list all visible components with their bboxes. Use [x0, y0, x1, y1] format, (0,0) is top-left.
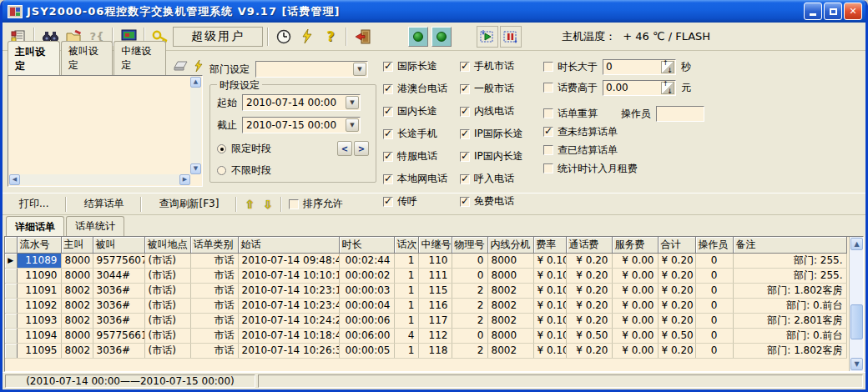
radio-unlimited-label[interactable]: 不限时段: [231, 163, 271, 178]
calltype-check-6[interactable]: 传呼: [383, 194, 447, 209]
close-button[interactable]: ✕: [844, 3, 862, 20]
table-cell[interactable]: 2010-07-14 10:24:25: [238, 313, 339, 328]
column-header[interactable]: 始话: [238, 237, 339, 253]
table-cell[interactable]: 8002: [487, 283, 533, 298]
table-cell[interactable]: 3044#: [93, 268, 144, 283]
table-cell[interactable]: (市话): [144, 253, 190, 268]
table-cell[interactable]: 2: [452, 298, 487, 313]
scroll-right-icon[interactable]: ▶: [179, 174, 190, 185]
table-cell[interactable]: 8000: [61, 253, 93, 268]
table-row[interactable]: 1109180023036#(市话)市话2010-07-14 10:23:180…: [5, 283, 846, 298]
table-cell[interactable]: 0: [695, 298, 733, 313]
next-day-button[interactable]: >: [354, 141, 369, 156]
table-cell[interactable]: ¥ 0.20: [566, 313, 612, 328]
column-header[interactable]: 物理号: [452, 237, 487, 253]
table-cell[interactable]: 00:02:44: [339, 253, 394, 268]
calltype-check2-3[interactable]: IP国际长途: [460, 127, 523, 141]
column-header[interactable]: 主叫: [61, 237, 93, 253]
table-cell[interactable]: ¥ 0.20: [658, 313, 695, 328]
column-header[interactable]: 被叫: [93, 237, 144, 253]
table-cell[interactable]: 部门: 2.801客房: [733, 313, 846, 328]
radio-limited-icon[interactable]: [217, 144, 226, 153]
exit-button[interactable]: [351, 26, 373, 48]
table-cell[interactable]: (市话): [144, 283, 190, 298]
table-cell[interactable]: ¥ 0.20: [566, 268, 612, 283]
recalc-checkbox[interactable]: 话单重算: [543, 107, 598, 121]
clock-button[interactable]: [273, 26, 295, 48]
duration-input[interactable]: 0: [603, 59, 676, 75]
table-cell[interactable]: 市话: [190, 343, 238, 358]
table-cell[interactable]: 0: [695, 343, 733, 358]
table-cell[interactable]: 11095: [17, 343, 61, 358]
table-cell[interactable]: ¥ 0.10: [533, 328, 566, 343]
table-cell[interactable]: 2010-07-14 09:48:45: [238, 253, 339, 268]
column-header[interactable]: 内线分机: [487, 237, 533, 253]
table-cell[interactable]: 部门: 0.前台: [733, 298, 846, 313]
column-header[interactable]: 备注: [733, 237, 846, 253]
table-cell[interactable]: ¥ 0.20: [658, 283, 695, 298]
table-cell[interactable]: ¥ 0.20: [658, 253, 695, 268]
print-button[interactable]: 打印...: [6, 194, 62, 214]
table-cell[interactable]: ¥ 0.20: [658, 268, 695, 283]
table-cell[interactable]: 2010-07-14 10:23:18: [238, 283, 339, 298]
table-cell[interactable]: 2010-07-14 10:26:39: [238, 343, 339, 358]
refresh-button[interactable]: 查询刷新[F3]: [145, 194, 232, 214]
column-header[interactable]: 被叫地点: [144, 237, 190, 253]
prev-day-button[interactable]: <: [337, 141, 352, 156]
table-cell[interactable]: 3036#: [93, 283, 144, 298]
table-row[interactable]: 1109080003044#(市话)市话2010-07-14 10:10:100…: [5, 268, 846, 283]
table-cell[interactable]: ¥ 0.00: [612, 298, 658, 313]
table-cell[interactable]: ¥ 0.10: [533, 283, 566, 298]
table-cell[interactable]: 3036#: [93, 298, 144, 313]
column-header[interactable]: 流水号: [17, 237, 61, 253]
table-cell[interactable]: 8000: [487, 268, 533, 283]
table-cell[interactable]: 市话: [190, 328, 238, 343]
chevron-down-icon[interactable]: ▼: [353, 63, 366, 76]
calltype-check2-5[interactable]: 呼入电话: [460, 172, 523, 186]
scroll-down-icon[interactable]: ▼: [190, 163, 201, 174]
column-header[interactable]: 服务费: [612, 237, 658, 253]
column-header[interactable]: 时长: [339, 237, 394, 253]
calltype-check2-4[interactable]: IP国内长途: [460, 149, 523, 163]
table-cell[interactable]: 2010-07-14 10:10:10: [238, 268, 339, 283]
table-cell[interactable]: 8000: [487, 328, 533, 343]
table-vscrollbar[interactable]: ▲ ▼: [849, 237, 863, 371]
filter-tab-0[interactable]: 主叫设定: [8, 41, 60, 76]
table-cell[interactable]: ¥ 0.00: [612, 328, 658, 343]
table-cell[interactable]: ¥ 0.00: [612, 268, 658, 283]
table-cell[interactable]: 市话: [190, 253, 238, 268]
calltype-check2-2[interactable]: 内线电话: [460, 104, 523, 118]
collect-start-button[interactable]: [477, 26, 498, 48]
table-cell[interactable]: (市话): [144, 313, 190, 328]
table-cell[interactable]: 8002: [487, 298, 533, 313]
settle-button[interactable]: 结算话单: [70, 194, 137, 214]
table-row[interactable]: 11094800095775661#(市话)市话2010-07-14 10:18…: [5, 328, 846, 343]
table-cell[interactable]: 8000: [61, 328, 93, 343]
collect-stop-button[interactable]: [500, 26, 522, 48]
column-header[interactable]: 话次: [394, 237, 418, 253]
column-header[interactable]: 费率: [533, 237, 566, 253]
table-cell[interactable]: ¥ 0.10: [533, 268, 566, 283]
table-cell[interactable]: 2010-07-14 10:18:45: [238, 328, 339, 343]
minimize-button[interactable]: [804, 3, 822, 20]
calltype-check2-0[interactable]: 手机市话: [460, 59, 523, 73]
scroll-down-icon[interactable]: ▼: [850, 358, 863, 370]
table-cell[interactable]: (市话): [144, 268, 190, 283]
monthly-fee-checkbox[interactable]: 统计时计入月租费: [543, 162, 638, 176]
listbox-hscrollbar[interactable]: ◀ ▶: [9, 174, 190, 185]
table-cell[interactable]: 8002: [61, 298, 93, 313]
table-cell[interactable]: 11093: [17, 313, 61, 328]
table-cell[interactable]: (市话): [144, 328, 190, 343]
table-cell[interactable]: 1: [394, 283, 418, 298]
chevron-down-icon[interactable]: ▼: [346, 118, 359, 132]
table-cell[interactable]: 2: [452, 313, 487, 328]
table-cell[interactable]: ¥ 0.20: [658, 298, 695, 313]
table-cell[interactable]: 8000: [487, 253, 533, 268]
line-status-button-2[interactable]: [431, 27, 452, 47]
table-cell[interactable]: 8002: [61, 283, 93, 298]
operator-input[interactable]: [656, 106, 704, 122]
table-cell[interactable]: 00:00:02: [339, 268, 394, 283]
unsettled-checkbox[interactable]: 查未结算话单: [543, 125, 618, 139]
table-cell[interactable]: 2: [452, 283, 487, 298]
table-cell[interactable]: 市话: [190, 268, 238, 283]
